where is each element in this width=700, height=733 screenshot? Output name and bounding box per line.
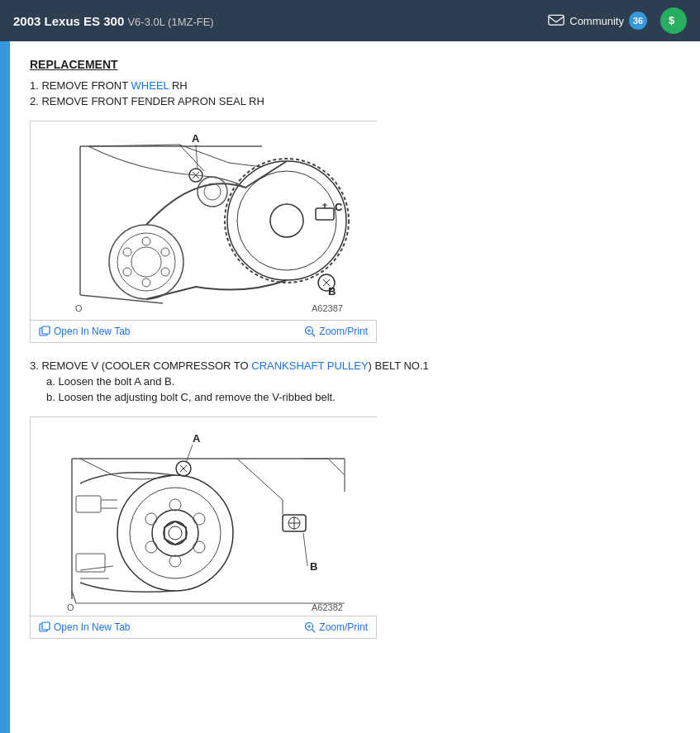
header-actions: Community 36 $ [541,7,687,34]
page-title: 2003 Lexus ES 300 V6-3.0L (1MZ-FE) [13,14,214,28]
svg-line-83 [312,630,316,633]
diagram-2-image: A B O A62382 [31,417,376,616]
step-1: 1. REMOVE FRONT WHEEL RH [30,79,680,92]
open-tab-label: Open In New Tab [54,326,131,337]
svg-rect-2 [31,121,378,320]
community-button[interactable]: Community 36 [541,8,654,33]
step-3-block: 3. REMOVE V (COOLER COMPRESSOR TO CRANKS… [30,359,680,403]
step-3b: b. Loosen the adjusting bolt C, and remo… [46,391,680,403]
crankshaft-pulley-link[interactable]: CRANKSHAFT PULLEY [251,359,368,372]
header: 2003 Lexus ES 300 V6-3.0L (1MZ-FE) Commu… [0,0,700,41]
step-2: 2. REMOVE FRONT FENDER APRON SEAL RH [30,95,680,107]
open-tab-icon [39,326,50,337]
svg-text:$: $ [669,14,675,26]
community-icon [548,14,564,27]
svg-text:A62387: A62387 [312,303,343,313]
diagram-2-open-tab-link[interactable]: Open In New Tab [39,621,131,633]
diagram-2-container: A B O A62382 [30,416,377,639]
avatar-button[interactable]: $ [660,7,687,34]
diagram-1-open-tab-link[interactable]: Open In New Tab [39,326,131,337]
step-3a: a. Loosen the bolt A and B. [46,375,680,388]
svg-text:A62382: A62382 [312,602,343,612]
community-badge: 36 [629,12,647,30]
step-1-number: 1. REMOVE FRONT [30,79,131,92]
open-tab-label-2: Open In New Tab [54,621,131,633]
step-1-suffix: RH [169,79,187,92]
diagram-1-zoom-link[interactable]: Zoom/Print [304,326,368,337]
open-tab-icon-2 [39,621,50,633]
svg-rect-81 [42,622,50,630]
content-wrapper: REPLACEMENT 1. REMOVE FRONT WHEEL RH 2. … [0,41,700,733]
diagram-1-container: A C B O A62387 [30,121,377,343]
svg-text:B: B [310,560,317,573]
svg-text:C: C [335,201,343,213]
zoom-icon [304,326,316,337]
section-title: REPLACEMENT [30,58,680,71]
svg-text:A: A [192,132,200,145]
svg-line-40 [312,334,316,337]
wheel-link[interactable]: WHEEL [131,79,169,92]
svg-text:O: O [75,303,83,313]
svg-text:B: B [328,285,336,297]
zoom-label-2: Zoom/Print [319,621,368,633]
zoom-icon-2 [304,621,316,633]
vehicle-title: 2003 Lexus ES 300 [13,14,124,28]
diagram-1-image: A C B O A62387 [31,121,376,320]
left-accent-bar [0,41,10,733]
zoom-label: Zoom/Print [319,326,368,337]
avatar-icon: $ [667,13,680,29]
step-3-prefix: 3. REMOVE V (COOLER COMPRESSOR TO [30,359,251,372]
step-2-text: 2. REMOVE FRONT FENDER APRON SEAL RH [30,95,264,107]
svg-text:O: O [67,602,74,612]
diagram-2-footer: Open In New Tab Zoom/Print [31,616,376,638]
main-content: REPLACEMENT 1. REMOVE FRONT WHEEL RH 2. … [10,41,700,733]
engine-spec: V6-3.0L (1MZ-FE) [127,16,213,28]
step-3-text: 3. REMOVE V (COOLER COMPRESSOR TO CRANKS… [30,359,680,372]
community-label: Community [569,15,624,27]
diagram-2-zoom-link[interactable]: Zoom/Print [304,621,368,633]
svg-rect-38 [42,326,50,334]
initial-steps: 1. REMOVE FRONT WHEEL RH 2. REMOVE FRONT… [30,79,680,107]
diagram-1-footer: Open In New Tab Zoom/Print [31,320,376,342]
step-3-suffix: ) BELT NO.1 [369,359,429,372]
svg-rect-0 [549,15,564,25]
svg-text:A: A [193,432,201,445]
